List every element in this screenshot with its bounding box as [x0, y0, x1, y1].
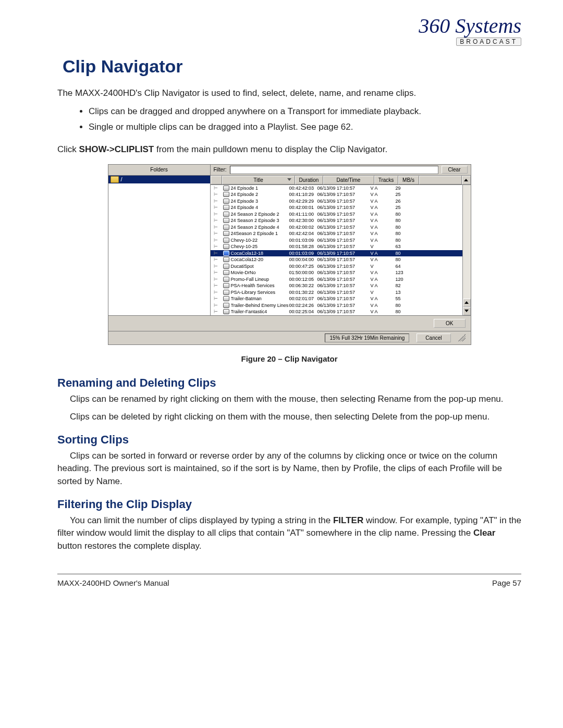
clip-row[interactable]: ⊢Chevy-10-2200:01:03:0906/13/09 17:10:57… — [211, 237, 462, 244]
resize-grip-icon[interactable] — [458, 334, 466, 341]
columns-header: Title Duration Date/Time Tracks MB/s — [211, 176, 471, 185]
clip-icon — [223, 225, 229, 230]
scroll-up-button[interactable] — [462, 176, 471, 184]
scroll-up-small[interactable] — [463, 299, 471, 307]
clip-mbs: 123 — [395, 270, 417, 275]
footer-right: Page 57 — [492, 578, 521, 587]
show-instruction: Click SHOW->CLIPLIST from the main pulld… — [57, 143, 521, 156]
clip-tracks: V — [369, 244, 395, 249]
clip-row[interactable]: ⊢Trailer-Batman00:02:01:0706/13/09 17:10… — [211, 295, 462, 302]
cancel-button[interactable]: Cancel — [417, 334, 450, 342]
tree-branch-icon: ⊢ — [214, 231, 223, 236]
folder-root[interactable]: / — [108, 176, 210, 183]
clip-tracks: V — [369, 290, 395, 295]
clip-row[interactable]: ⊢PSA-Library Services00:01:30:2206/13/09… — [211, 289, 462, 296]
clip-mbs: 55 — [395, 296, 417, 301]
clip-title: 24 Episode 1 — [231, 186, 289, 191]
col-datetime[interactable]: Date/Time — [323, 176, 374, 184]
clip-row[interactable]: ⊢24 Episode 200:41:10:2906/13/09 17:10:5… — [211, 191, 462, 198]
clip-mbs: 120 — [395, 277, 417, 282]
clip-row[interactable]: ⊢Chevy-10-2500:01:58:2806/13/09 17:10:57… — [211, 243, 462, 250]
tree-branch-icon: ⊢ — [214, 244, 223, 249]
clip-title: 24 Season 2 Episode 2 — [231, 212, 289, 217]
clip-title: Promo-Fall Lineup — [231, 277, 289, 282]
clip-row[interactable]: ⊢Promo-Fall Lineup00:00:12:0506/13/09 17… — [211, 276, 462, 283]
clip-duration: 00:06:30:22 — [289, 283, 317, 288]
filter-label: Filter: — [214, 167, 227, 172]
clip-datetime: 06/13/09 17:10:57 — [317, 277, 369, 282]
filter-input[interactable] — [230, 166, 438, 174]
clip-mbs: 26 — [395, 199, 417, 204]
clip-tracks: V A — [369, 212, 395, 217]
clip-icon — [223, 277, 229, 282]
tree-branch-icon: ⊢ — [214, 309, 223, 314]
clip-row[interactable]: ⊢PSA-Health Services00:06:30:2206/13/09 … — [211, 282, 462, 289]
clip-datetime: 06/13/09 17:10:57 — [317, 225, 369, 230]
clip-row[interactable]: ⊢Movie-DrNo01:50:00:0006/13/09 17:10:57V… — [211, 269, 462, 276]
sort-desc-icon — [287, 178, 291, 181]
clip-duration: 00:42:29:29 — [289, 199, 317, 204]
clip-tracks: V A — [369, 270, 395, 275]
clip-datetime: 06/13/09 17:10:57 — [317, 218, 369, 223]
clip-datetime: 06/13/09 17:10:57 — [317, 251, 369, 256]
figure-caption: Figure 20 – Clip Navigator — [57, 354, 521, 363]
col-mbs[interactable]: MB/s — [398, 176, 419, 184]
clip-icon — [223, 212, 229, 217]
clip-row[interactable]: ⊢24 Episode 400:42:00:0106/13/09 17:10:5… — [211, 204, 462, 211]
clip-datetime: 06/13/09 17:10:57 — [317, 205, 369, 210]
clip-title: Trailer-Fantastic4 — [231, 309, 289, 314]
clip-mbs: 29 — [395, 186, 417, 191]
clip-row[interactable]: ⊢Trailer-Behind Enemy Lines00:02:24:2606… — [211, 302, 462, 309]
clip-datetime: 06/13/09 17:10:57 — [317, 296, 369, 301]
footer-rule — [57, 574, 521, 574]
clip-duration: 00:41:11:00 — [289, 212, 317, 217]
clip-mbs: 80 — [395, 309, 417, 314]
ok-button[interactable]: OK — [434, 319, 465, 328]
clip-duration: 00:42:00:02 — [289, 225, 317, 230]
clip-datetime: 06/13/09 17:10:57 — [317, 270, 369, 275]
rename-p2: Clips can be deleted by right clicking o… — [57, 411, 521, 424]
page-title: Clip Navigator — [63, 56, 521, 77]
clip-row[interactable]: ⊢24 Episode 300:42:29:2906/13/09 17:10:5… — [211, 198, 462, 205]
col-title[interactable]: Title — [222, 176, 295, 184]
vertical-scrollbar[interactable] — [462, 185, 471, 315]
clip-row[interactable]: ⊢24 Season 2 Episode 300:42:30:0006/13/0… — [211, 217, 462, 224]
clip-duration: 00:00:04:00 — [289, 257, 317, 262]
clip-row[interactable]: ⊢CocaCola12-2000:00:04:0006/13/09 17:10:… — [211, 256, 462, 263]
tree-branch-icon: ⊢ — [214, 225, 223, 230]
clip-mbs: 63 — [395, 244, 417, 249]
sort-p: Clips can be sorted in forward or revers… — [57, 450, 521, 488]
scroll-down-small[interactable] — [463, 307, 471, 315]
folders-column-header[interactable]: Folders — [108, 165, 211, 175]
clip-duration: 00:41:10:29 — [289, 192, 317, 197]
clip-row[interactable]: ⊢DucatiSpot00:00:47:2506/13/09 17:10:57V… — [211, 263, 462, 270]
col-tracks[interactable]: Tracks — [374, 176, 398, 184]
clip-icon — [223, 238, 229, 243]
tree-branch-icon: ⊢ — [214, 303, 223, 308]
clip-mbs: 13 — [395, 290, 417, 295]
footer-left: MAXX-2400HD Owner's Manual — [57, 578, 169, 587]
col-duration[interactable]: Duration — [295, 176, 323, 184]
clip-tracks: V A — [369, 251, 395, 256]
clip-row[interactable]: ⊢CocaCola12-1800:01:03:0906/13/09 17:10:… — [211, 250, 462, 257]
clip-row[interactable]: ⊢24 Season 2 Episode 400:42:00:0206/13/0… — [211, 224, 462, 231]
clear-button[interactable]: Clear — [442, 166, 468, 174]
clips-pane: Title Duration Date/Time Tracks MB/s ⊢24… — [211, 176, 471, 315]
clip-tracks: V A — [369, 225, 395, 230]
clip-row[interactable]: ⊢24Season 2 Episode 100:42:42:0406/13/09… — [211, 230, 462, 237]
clip-tracks: V A — [369, 199, 395, 204]
clip-title: 24 Season 2 Episode 4 — [231, 225, 289, 230]
folders-pane[interactable]: / — [108, 176, 211, 315]
logo-tag: BROADCAST — [456, 38, 521, 46]
clip-icon — [223, 199, 229, 204]
clip-mbs: 80 — [395, 212, 417, 217]
clip-row[interactable]: ⊢Trailer-Fantastic400:02:25:0406/13/09 1… — [211, 309, 462, 315]
clip-row[interactable]: ⊢24 Episode 100:42:42:0306/13/09 17:10:5… — [211, 185, 462, 192]
bullet-item: Clips can be dragged and dropped anywher… — [89, 105, 521, 118]
clip-row[interactable]: ⊢24 Season 2 Episode 200:41:11:0006/13/0… — [211, 211, 462, 218]
arrow-up-icon — [464, 301, 469, 304]
clip-icon — [223, 231, 229, 236]
rename-p1: Clips can be renamed by right clicking o… — [57, 393, 521, 406]
arrow-down-icon — [464, 310, 469, 312]
clip-list[interactable]: ⊢24 Episode 100:42:42:0306/13/09 17:10:5… — [211, 185, 462, 315]
